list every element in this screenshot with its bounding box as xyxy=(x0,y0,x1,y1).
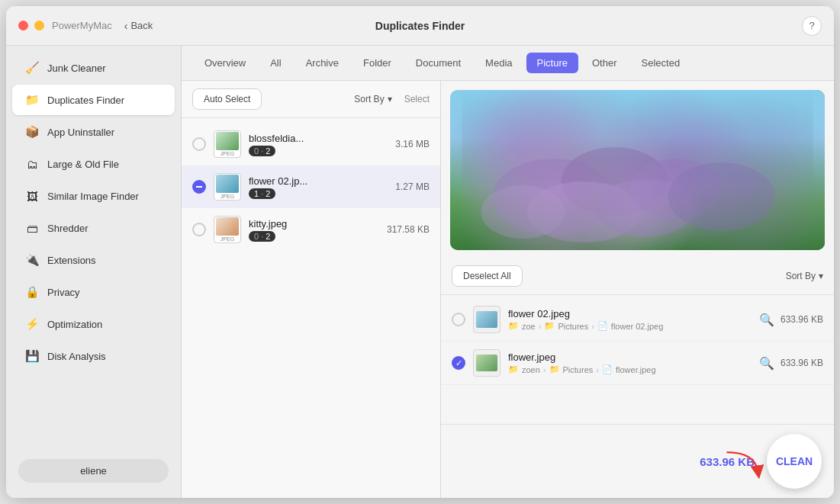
sidebar-label-shredder: Shredder xyxy=(47,223,88,234)
sidebar-item-extensions[interactable]: 🔌 Extensions xyxy=(12,245,175,275)
minimize-button[interactable] xyxy=(34,21,44,30)
file-info-kitty: kitty.jpeg 0 · 2 xyxy=(249,218,379,242)
path-file-flower: flower.jpeg xyxy=(616,365,656,374)
dup-icon-flower02 xyxy=(473,306,500,333)
help-button[interactable]: ? xyxy=(802,16,822,36)
sidebar-label-large-old-file: Large & Old File xyxy=(47,159,119,170)
tab-all[interactable]: All xyxy=(259,53,291,73)
svg-rect-7 xyxy=(462,90,813,250)
cabinet-icon: 🗂 xyxy=(24,156,40,172)
tab-archive[interactable]: Archive xyxy=(295,53,349,73)
preview-image-area xyxy=(450,90,825,250)
sidebar-label-extensions: Extensions xyxy=(47,255,96,266)
file-size-flower02: 1.27 MB xyxy=(395,181,430,192)
window-title: Duplicates Finder xyxy=(375,20,465,32)
dup-name-flower02: flower 02.jpeg xyxy=(508,308,751,319)
main-content: 🧹 Junk Cleaner 📁 Duplicates Finder 📦 App… xyxy=(6,46,834,498)
path-user-flower: zoen xyxy=(522,365,540,374)
tab-media[interactable]: Media xyxy=(475,53,523,73)
sidebar: 🧹 Junk Cleaner 📁 Duplicates Finder 📦 App… xyxy=(6,46,182,498)
file-thumb-flower02: JPEG xyxy=(214,173,241,201)
tab-picture[interactable]: Picture xyxy=(526,53,578,73)
path-file-flower02: flower 02.jpeg xyxy=(611,322,664,331)
sidebar-item-similar-image-finder[interactable]: 🖼 Similar Image Finder xyxy=(12,181,175,211)
sidebar-item-shredder[interactable]: 🗃 Shredder xyxy=(12,213,175,243)
content-area: Overview All Archive Folder Document Med… xyxy=(182,46,834,498)
path-folder-flower: Pictures xyxy=(563,365,594,374)
tab-folder[interactable]: Folder xyxy=(352,53,402,73)
dup-actions-flower: 🔍 633.96 KB xyxy=(759,355,823,371)
sort-by-button[interactable]: Sort By ▾ xyxy=(354,94,391,104)
clean-button[interactable]: CLEAN xyxy=(767,434,822,489)
badge-blossfeldiana: 0 · 2 xyxy=(249,146,275,156)
path-icon-folder-flower: 📁 xyxy=(549,364,560,374)
sidebar-footer: eliene xyxy=(6,450,181,492)
file-radio-flower02[interactable] xyxy=(192,180,206,194)
bottom-bar: 633.96 KB xyxy=(441,424,834,498)
disk-icon: 💾 xyxy=(24,348,40,364)
file-row-blossfeldiana[interactable]: JPEG blossfeldia... 0 · 2 xyxy=(182,123,440,165)
tab-document[interactable]: Document xyxy=(405,53,471,73)
file-info-flower02: flower 02.jp... 1 · 2 xyxy=(249,175,388,199)
sidebar-label-junk-cleaner: Junk Cleaner xyxy=(47,63,106,74)
file-row-flower02[interactable]: JPEG flower 02.jp... 1 · 2 xyxy=(182,165,440,208)
back-button[interactable]: ‹ Back xyxy=(124,20,153,32)
file-row-kitty[interactable]: JPEG kitty.jpeg 0 · 2 xyxy=(182,208,440,251)
dup-size-flower02: 633.96 KB xyxy=(780,314,823,325)
preview-panel: Deselect All Sort By ▾ xyxy=(441,81,834,498)
search-icon-flower02[interactable]: 🔍 xyxy=(759,312,774,327)
file-radio-blossfeldiana[interactable] xyxy=(192,137,206,151)
sidebar-item-large-old-file[interactable]: 🗂 Large & Old File xyxy=(12,149,175,179)
deselect-all-button[interactable]: Deselect All xyxy=(452,265,523,287)
file-info-blossfeldiana: blossfeldia... 0 · 2 xyxy=(249,133,388,156)
dup-checkbox-flower[interactable] xyxy=(452,356,465,370)
badge-flower02: 1 · 2 xyxy=(249,188,275,199)
file-list-panel: Auto Select Sort By ▾ Select xyxy=(182,81,441,498)
file-name-flower02: flower 02.jp... xyxy=(249,175,388,187)
sidebar-item-junk-cleaner[interactable]: 🧹 Junk Cleaner xyxy=(12,53,175,83)
dup-row-flower02[interactable]: flower 02.jpeg 📁 zoe › 📁 Pictures › 📄 xyxy=(441,298,834,342)
path-icon-user: 📁 xyxy=(508,321,519,331)
user-pill: eliene xyxy=(18,459,169,483)
select-label: Select xyxy=(404,94,430,104)
file-name-blossfeldiana: blossfeldia... xyxy=(249,133,388,144)
tab-other[interactable]: Other xyxy=(581,53,628,73)
dup-row-flower[interactable]: flower.jpeg 📁 zoen › 📁 Pictures › 📄 xyxy=(441,342,834,385)
search-icon-flower[interactable]: 🔍 xyxy=(759,355,774,371)
dup-checkbox-flower02[interactable] xyxy=(452,313,465,326)
folder-copy-icon: 📁 xyxy=(24,92,40,108)
file-rows: JPEG blossfeldia... 0 · 2 xyxy=(182,118,440,498)
dup-info-flower: flower.jpeg 📁 zoen › 📁 Pictures › 📄 xyxy=(508,352,751,374)
preview-sort-by-label: Sort By xyxy=(786,271,816,281)
preview-image-placeholder xyxy=(450,90,825,250)
picture-icon: 🖼 xyxy=(24,188,40,204)
preview-sort-by-button[interactable]: Sort By ▾ xyxy=(786,271,823,281)
dup-icon-flower xyxy=(473,349,500,377)
file-size-kitty: 317.58 KB xyxy=(387,224,430,235)
path-icon-file-flower: 📄 xyxy=(602,364,613,374)
file-radio-kitty[interactable] xyxy=(192,223,206,236)
tab-selected[interactable]: Selected xyxy=(631,53,691,73)
file-thumb-blossfeldiana: JPEG xyxy=(214,130,241,158)
tab-overview[interactable]: Overview xyxy=(194,53,256,73)
path-folder-flower02: Pictures xyxy=(558,322,588,331)
path-user-flower02: zoe xyxy=(522,322,536,331)
sidebar-item-disk-analysis[interactable]: 💾 Disk Analysis xyxy=(12,341,175,371)
dup-path-flower02: 📁 zoe › 📁 Pictures › 📄 flower 02.jpeg xyxy=(508,321,751,331)
tabs-bar: Overview All Archive Folder Document Med… xyxy=(182,46,834,81)
sidebar-item-optimization[interactable]: ⚡ Optimization xyxy=(12,309,175,339)
sidebar-item-privacy[interactable]: 🔒 Privacy xyxy=(12,277,175,307)
chevron-left-icon: ‹ xyxy=(124,20,128,32)
plug-icon: 🔌 xyxy=(24,252,40,268)
back-label: Back xyxy=(130,20,153,31)
titlebar: PowerMyMac ‹ Back Duplicates Finder ? xyxy=(6,6,834,46)
sidebar-item-app-uninstaller[interactable]: 📦 App Uninstaller xyxy=(12,117,175,147)
sidebar-item-duplicates-finder[interactable]: 📁 Duplicates Finder xyxy=(12,85,175,115)
auto-select-button[interactable]: Auto Select xyxy=(192,88,262,110)
close-button[interactable] xyxy=(18,21,28,30)
arrow-indicator xyxy=(721,445,767,483)
path-icon-user-flower: 📁 xyxy=(508,364,519,374)
bolt-icon: ⚡ xyxy=(24,316,40,332)
deselect-bar: Deselect All Sort By ▾ xyxy=(441,258,834,295)
sidebar-label-similar-image-finder: Similar Image Finder xyxy=(47,191,139,202)
